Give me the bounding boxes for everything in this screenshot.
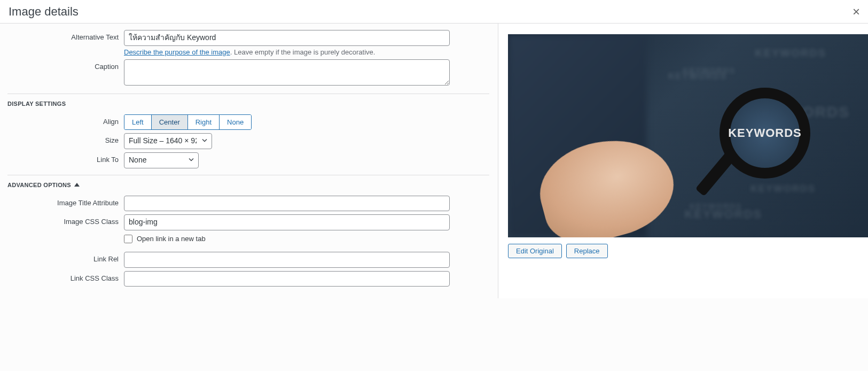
advanced-options-label: ADVANCED OPTIONS [7,182,71,188]
preview-actions: Edit Original Replace [508,244,858,258]
link-css-class-label: Link CSS Class [7,271,124,282]
image-css-class-row: Image CSS Class [7,214,489,230]
display-settings-heading: DISPLAY SETTINGS [7,101,489,107]
align-label: Align [7,114,124,126]
close-button[interactable]: × [844,0,868,24]
caption-row: Caption [7,59,489,87]
alt-help-rest: . Leave empty if the image is purely dec… [230,48,376,56]
caret-up-icon [74,183,80,187]
advanced-options-toggle[interactable]: ADVANCED OPTIONS [7,182,489,188]
align-button-group: Left Center Right None [124,114,252,130]
link-rel-input[interactable] [124,252,450,268]
preview-panel: KEYWORDS KEYWORDS KEYWORDS KEYWORDS KEYW… [498,24,868,298]
size-row: Size Full Size – 1640 × 924 [7,133,489,149]
image-title-attr-row: Image Title Attribute [7,196,489,212]
size-label: Size [7,133,124,144]
alt-text-input[interactable] [124,30,450,46]
link-to-label: Link To [7,152,124,164]
link-css-class-row: Link CSS Class [7,271,489,287]
image-preview: KEYWORDS KEYWORDS KEYWORDS KEYWORDS KEYW… [508,34,868,237]
image-css-class-input[interactable] [124,214,450,230]
size-select[interactable]: Full Size – 1640 × 924 [124,133,212,149]
align-center-button[interactable]: Center [152,115,188,129]
link-css-class-input[interactable] [124,271,450,287]
divider [7,175,489,175]
caption-label: Caption [7,59,124,71]
close-icon: × [853,4,860,19]
alt-text-label: Alternative Text [7,30,124,41]
open-new-tab-label: Open link in a new tab [137,235,206,243]
alt-help-text: Describe the purpose of the image. Leave… [124,48,450,56]
open-new-tab-row: Open link in a new tab [7,234,489,249]
align-right-button[interactable]: Right [188,115,220,129]
modal-body: Alternative Text Describe the purpose of… [0,24,868,298]
settings-panel: Alternative Text Describe the purpose of… [0,24,498,298]
modal-title: Image details [0,0,87,24]
caption-textarea[interactable] [124,59,450,86]
edit-original-button[interactable]: Edit Original [508,244,562,258]
align-row: Align Left Center Right None [7,114,489,130]
image-title-attr-label: Image Title Attribute [7,196,124,207]
align-left-button[interactable]: Left [124,115,152,129]
link-to-select[interactable]: None [124,152,199,168]
link-rel-row: Link Rel [7,252,489,268]
modal-header: Image details × [0,0,868,24]
open-new-tab-checkbox[interactable] [124,235,132,243]
alt-text-row: Alternative Text Describe the purpose of… [7,30,489,56]
divider [7,94,489,94]
link-to-row: Link To None [7,152,489,168]
image-css-class-label: Image CSS Class [7,214,124,226]
align-none-button[interactable]: None [220,115,251,129]
alt-help-link[interactable]: Describe the purpose of the image [124,48,230,56]
replace-button[interactable]: Replace [566,244,608,258]
link-rel-label: Link Rel [7,252,124,263]
image-title-attr-input[interactable] [124,196,450,212]
